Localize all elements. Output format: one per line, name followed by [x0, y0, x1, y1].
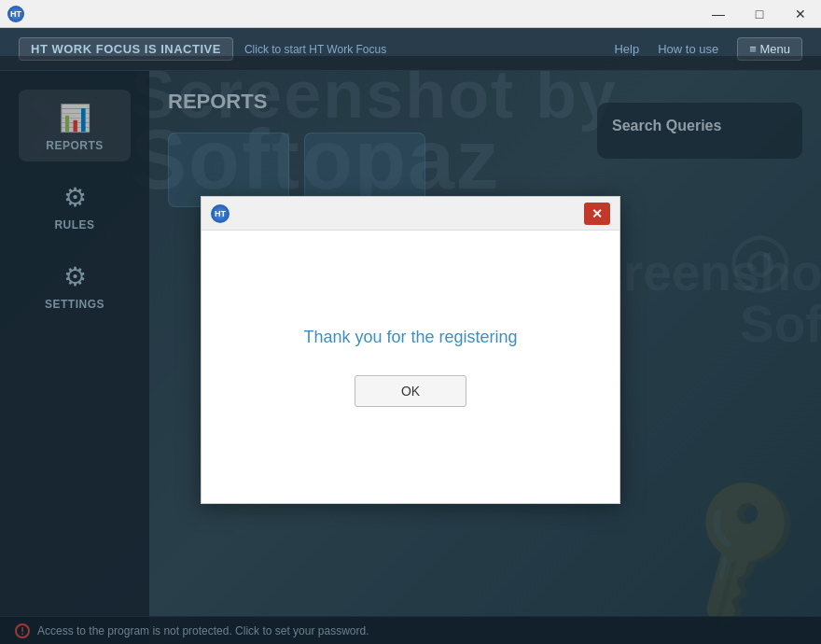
modal-app-icon: HT: [211, 204, 230, 223]
modal-ok-button[interactable]: OK: [355, 375, 466, 407]
minimize-button[interactable]: —: [698, 0, 739, 28]
title-bar-left: HT: [0, 6, 24, 22]
modal-overlay: HT ✕ Thank you for the registering OK: [0, 56, 821, 644]
app-icon: HT: [7, 6, 24, 22]
modal-message: Thank you for the registering: [303, 328, 517, 347]
modal-dialog: HT ✕ Thank you for the registering OK: [201, 196, 620, 504]
work-focus-sub[interactable]: Click to start HT Work Focus: [244, 43, 386, 56]
modal-body: Thank you for the registering OK: [202, 231, 619, 503]
title-bar-controls: — □ ✕: [698, 0, 821, 28]
modal-titlebar: HT ✕: [202, 197, 619, 231]
modal-close-button[interactable]: ✕: [584, 203, 610, 225]
help-link[interactable]: Help: [614, 42, 639, 56]
maximize-button[interactable]: □: [739, 0, 780, 28]
window-close-button[interactable]: ✕: [780, 0, 821, 28]
app-background: Screenshot by Softopaz Screenshot Soft ✕…: [0, 28, 821, 644]
title-bar: HT — □ ✕: [0, 0, 821, 28]
how-to-link[interactable]: How to use: [658, 42, 718, 56]
